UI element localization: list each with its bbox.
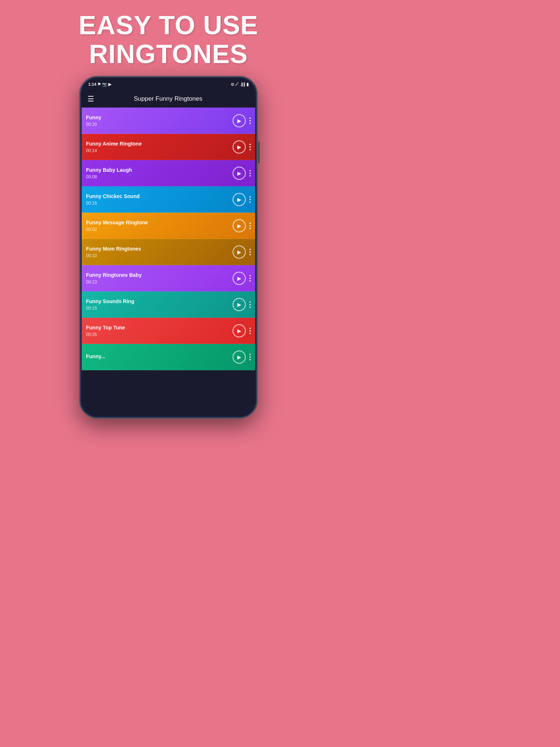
ringtone-info: Funny Chickec Sound 00:16 <box>86 193 233 206</box>
more-dot <box>249 201 251 203</box>
status-icons: ⚑ 📷 ▶ <box>97 82 111 87</box>
ringtone-info: Funny Sounds Ring 00:15 <box>86 298 233 311</box>
more-button[interactable] <box>249 117 251 124</box>
ringtone-item: Funny Mom Ringtones 00:10 ▶ <box>82 239 255 265</box>
ringtone-item: Funny Top Tune 00:26 ▶ <box>82 318 255 344</box>
phone-frame: 1:14 ⚑ 📷 ▶ ⊙ ☄ .∥∥ ▮ ☰ Supper Funny Ring… <box>79 76 258 419</box>
ringtone-controls: ▶ <box>233 114 251 127</box>
ringtone-name: Funny... <box>86 353 233 359</box>
ringtone-controls: ▶ <box>233 167 251 180</box>
phone-wrapper: 1:14 ⚑ 📷 ▶ ⊙ ☄ .∥∥ ▮ ☰ Supper Funny Ring… <box>79 76 258 419</box>
ringtone-item: Funny Anime Ringtone 00:14 ▶ <box>82 134 255 160</box>
ringtone-item: Funny Baby Laugh 00:08 ▶ <box>82 160 255 186</box>
ringtone-item: Funny Chickec Sound 00:16 ▶ <box>82 186 255 213</box>
play-button[interactable]: ▶ <box>233 324 246 337</box>
more-dot <box>249 275 251 276</box>
ringtone-duration: 00:08 <box>86 174 233 179</box>
ringtone-info: Funny Mom Ringtones 00:10 <box>86 246 233 258</box>
more-button[interactable] <box>249 249 251 255</box>
more-dot <box>249 170 251 171</box>
more-dot <box>249 280 251 282</box>
more-dot <box>249 173 251 174</box>
ringtone-duration: 00:13 <box>86 279 233 285</box>
status-bar: 1:14 ⚑ 📷 ▶ ⊙ ☄ .∥∥ ▮ <box>82 78 255 90</box>
ringtone-duration: 00:20 <box>86 122 233 127</box>
more-dot <box>249 144 251 145</box>
ringtone-info: Funny Ringtones Baby 00:13 <box>86 272 233 285</box>
phone-inner: 1:14 ⚑ 📷 ▶ ⊙ ☄ .∥∥ ▮ ☰ Supper Funny Ring… <box>82 78 255 416</box>
ringtone-info: Funny... <box>86 353 233 361</box>
ringtone-item: Funny Ringtones Baby 00:13 ▶ <box>82 265 255 291</box>
ringtone-name: Funny Baby Laugh <box>86 167 233 173</box>
more-dot <box>249 301 251 303</box>
ringtone-list: Funny 00:20 ▶ Funny Anime Ringtone 00:14… <box>82 108 255 416</box>
headline-line2: RINGTONES <box>89 39 248 69</box>
ringtone-name: Funny <box>86 115 233 120</box>
more-dot <box>249 146 251 148</box>
ringtone-controls: ▶ <box>233 219 251 232</box>
more-dot <box>249 328 251 329</box>
more-dot <box>249 254 251 255</box>
more-dot <box>249 196 251 198</box>
more-dot <box>249 199 251 200</box>
more-button[interactable] <box>249 222 251 229</box>
more-button[interactable] <box>249 275 251 282</box>
more-button[interactable] <box>249 144 251 150</box>
app-bar: ☰ Supper Funny Ringtones <box>82 90 255 108</box>
ringtone-controls: ▶ <box>233 140 251 154</box>
ringtone-name: Funny Message Ringtone <box>86 220 233 225</box>
more-dot <box>249 330 251 332</box>
play-button[interactable]: ▶ <box>233 193 246 206</box>
ringtone-controls: ▶ <box>233 298 251 311</box>
status-right: ⊙ ☄ .∥∥ ▮ <box>231 82 249 87</box>
play-button[interactable]: ▶ <box>233 114 246 127</box>
more-dot <box>249 306 251 308</box>
play-button[interactable]: ▶ <box>233 167 246 180</box>
signal-icons: ⊙ ☄ .∥∥ ▮ <box>231 82 249 87</box>
app-title: Supper Funny Ringtones <box>98 95 238 102</box>
ringtone-item: Funny Message Ringtone 00:02 ▶ <box>82 213 255 239</box>
ringtone-item: Funny Sounds Ring 00:15 ▶ <box>82 291 255 318</box>
ringtone-name: Funny Top Tune <box>86 325 233 330</box>
ringtone-name: Funny Ringtones Baby <box>86 272 233 278</box>
more-dot <box>249 333 251 334</box>
ringtone-duration: 00:02 <box>86 227 233 232</box>
play-button[interactable]: ▶ <box>233 272 246 285</box>
play-button[interactable]: ▶ <box>233 298 246 311</box>
headline-line1: EASY TO USE <box>79 11 258 40</box>
side-button <box>258 142 260 163</box>
ringtone-name: Funny Mom Ringtones <box>86 246 233 252</box>
ringtone-controls: ▶ <box>233 193 251 206</box>
more-button[interactable] <box>249 354 251 360</box>
more-button[interactable] <box>249 328 251 334</box>
play-button[interactable]: ▶ <box>233 140 246 154</box>
ringtone-name: Funny Chickec Sound <box>86 193 233 199</box>
ringtone-name: Funny Sounds Ring <box>86 298 233 304</box>
play-button[interactable]: ▶ <box>233 245 246 259</box>
ringtone-name: Funny Anime Ringtone <box>86 141 233 147</box>
more-button[interactable] <box>249 301 251 308</box>
play-button[interactable]: ▶ <box>233 219 246 232</box>
status-left: 1:14 ⚑ 📷 ▶ <box>88 82 111 87</box>
more-dot <box>249 117 251 119</box>
ringtone-controls: ▶ <box>233 324 251 337</box>
more-dot <box>249 278 251 279</box>
ringtone-duration: 00:14 <box>86 148 233 153</box>
ringtone-info: Funny Baby Laugh 00:08 <box>86 167 233 179</box>
headline: EASY TO USE RINGTONES <box>79 11 258 69</box>
more-dot <box>249 354 251 355</box>
more-button[interactable] <box>249 196 251 203</box>
ringtone-info: Funny Top Tune 00:26 <box>86 325 233 337</box>
time-display: 1:14 <box>88 82 96 86</box>
hamburger-icon[interactable]: ☰ <box>88 94 94 103</box>
more-dot <box>249 249 251 250</box>
more-dot <box>249 251 251 253</box>
ringtone-controls: ▶ <box>233 351 251 364</box>
ringtone-duration: 00:16 <box>86 201 233 206</box>
play-button[interactable]: ▶ <box>233 351 246 364</box>
ringtone-info: Funny Anime Ringtone 00:14 <box>86 141 233 153</box>
more-button[interactable] <box>249 170 251 177</box>
more-dot <box>249 222 251 224</box>
more-dot <box>249 123 251 124</box>
ringtone-item: Funny... ▶ <box>82 344 255 370</box>
